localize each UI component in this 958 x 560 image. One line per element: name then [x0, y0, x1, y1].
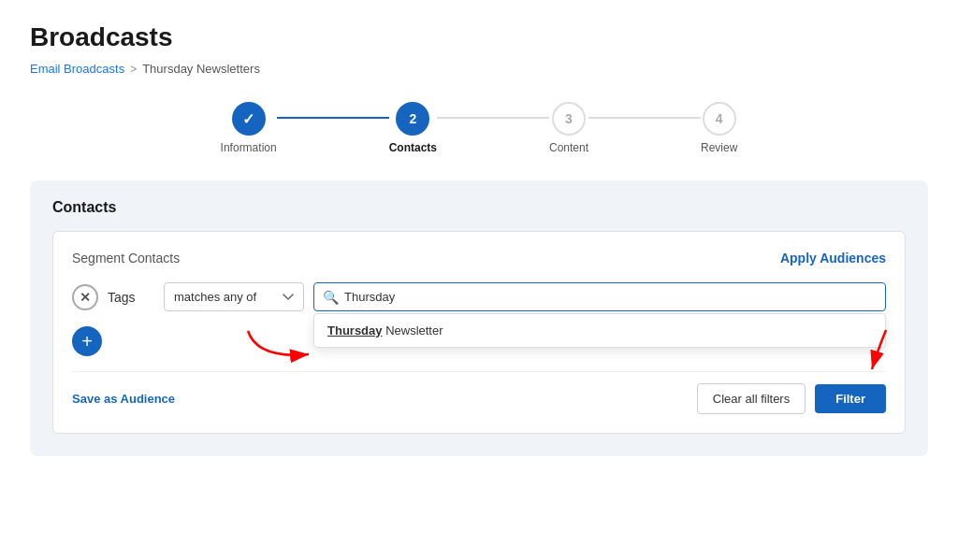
red-arrow-dropdown	[239, 322, 323, 368]
filter-operator-select[interactable]: matches any of matches all of does not m…	[164, 282, 304, 311]
save-audience-link[interactable]: Save as Audience	[72, 392, 175, 406]
step-information: ✓ Information	[221, 102, 277, 154]
breadcrumb: Email Broadcasts > Thursday Newsletters	[30, 62, 928, 76]
step-number-review: 4	[716, 111, 723, 126]
filter-search-container: 🔍 Thursday Newsletter	[313, 282, 886, 311]
page-wrapper: Broadcasts Email Broadcasts > Thursday N…	[0, 0, 958, 560]
dropdown-item-thursday-newsletter[interactable]: Thursday Newsletter	[314, 314, 885, 347]
segment-footer: Save as Audience Clear all filters Filte…	[72, 371, 886, 414]
filter-search-input[interactable]	[313, 282, 886, 311]
step-connector-3	[588, 117, 701, 119]
contacts-card-title: Contacts	[52, 199, 906, 216]
step-circle-information: ✓	[232, 102, 266, 136]
filter-row: ✕ Tags matches any of matches all of doe…	[72, 282, 886, 311]
step-label-contacts: Contacts	[389, 141, 437, 154]
breadcrumb-separator: >	[130, 63, 137, 76]
step-contacts: 2 Contacts	[389, 102, 437, 154]
breadcrumb-link[interactable]: Email Broadcasts	[30, 62, 124, 76]
page-title: Broadcasts	[30, 22, 928, 52]
step-connector-1	[277, 117, 389, 119]
dropdown-suggestions: Thursday Newsletter	[313, 313, 886, 348]
step-number-contacts: 2	[409, 111, 416, 126]
close-icon: ✕	[80, 290, 91, 305]
step-number-content: 3	[565, 111, 573, 126]
step-content: 3 Content	[549, 102, 588, 154]
filter-field-label: Tags	[108, 290, 154, 305]
breadcrumb-current: Thursday Newsletters	[142, 62, 260, 76]
contacts-card: Contacts Segment Contacts Apply Audience…	[30, 180, 928, 456]
step-review: 4 Review	[701, 102, 737, 154]
apply-audiences-link[interactable]: Apply Audiences	[780, 251, 886, 266]
check-icon: ✓	[242, 110, 254, 128]
search-icon: 🔍	[323, 290, 339, 305]
dropdown-highlight: Thursday	[327, 323, 383, 337]
remove-filter-button[interactable]: ✕	[72, 284, 98, 310]
add-filter-button[interactable]: +	[72, 326, 102, 356]
step-label-review: Review	[701, 141, 737, 154]
dropdown-rest: Newsletter	[383, 323, 443, 337]
step-label-content: Content	[549, 141, 588, 154]
step-circle-content: 3	[552, 102, 586, 136]
clear-filters-button[interactable]: Clear all filters	[697, 383, 806, 414]
stepper: ✓ Information 2 Contacts 3 Content 4	[30, 102, 928, 154]
plus-icon: +	[81, 331, 93, 352]
segment-header: Segment Contacts Apply Audiences	[72, 251, 886, 266]
footer-buttons: Clear all filters Filter	[697, 383, 886, 414]
segment-contacts-label: Segment Contacts	[72, 251, 180, 266]
step-circle-contacts: 2	[396, 102, 429, 136]
step-circle-review: 4	[703, 102, 736, 136]
segment-card: Segment Contacts Apply Audiences ✕ Tags …	[52, 231, 906, 434]
step-label-information: Information	[221, 141, 277, 154]
filter-button[interactable]: Filter	[815, 384, 886, 413]
step-connector-2	[437, 117, 549, 119]
